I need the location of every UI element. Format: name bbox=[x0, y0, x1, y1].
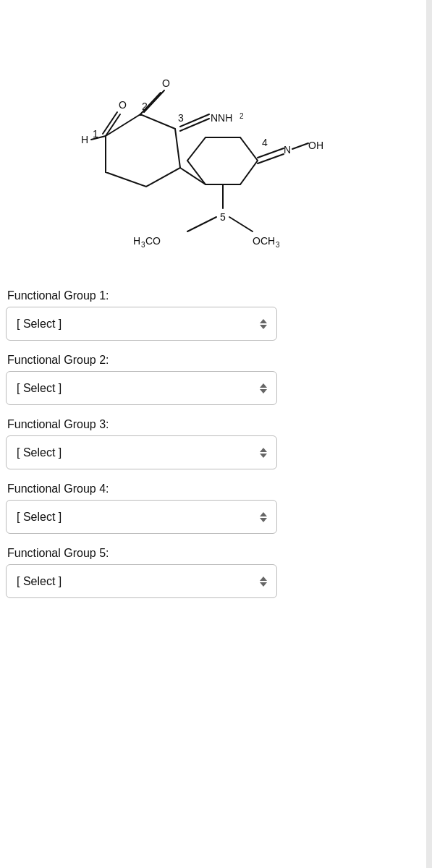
svg-text:3: 3 bbox=[178, 112, 184, 124]
fg-label-1: Functional Group 1: bbox=[6, 289, 426, 302]
svg-line-16 bbox=[180, 168, 206, 184]
fg-select-wrapper-3: [ Select ] Aldehyde Ketone Hydrazone Oxi… bbox=[6, 435, 277, 469]
fg-label-2: Functional Group 2: bbox=[6, 354, 426, 367]
svg-text:O: O bbox=[119, 99, 127, 111]
functional-group-5: Functional Group 5: [ Select ] Aldehyde … bbox=[6, 547, 426, 598]
fg-select-wrapper-1: [ Select ] Aldehyde Ketone Hydrazone Oxi… bbox=[6, 307, 277, 341]
functional-group-1: Functional Group 1: [ Select ] Aldehyde … bbox=[6, 289, 426, 341]
svg-text:1: 1 bbox=[93, 128, 98, 140]
fg-label-5: Functional Group 5: bbox=[6, 547, 426, 560]
svg-marker-6 bbox=[106, 114, 180, 187]
svg-text:H: H bbox=[81, 134, 88, 145]
svg-text:O: O bbox=[162, 77, 170, 89]
fg-select-wrapper-4: [ Select ] Aldehyde Ketone Hydrazone Oxi… bbox=[6, 500, 277, 534]
svg-text:NNH: NNH bbox=[211, 112, 232, 124]
svg-text:OH: OH bbox=[308, 140, 323, 151]
svg-text:5: 5 bbox=[220, 211, 226, 223]
svg-text:3: 3 bbox=[276, 241, 280, 249]
svg-line-21 bbox=[229, 217, 253, 231]
svg-text:OCH: OCH bbox=[253, 235, 275, 247]
fg-select-5[interactable]: [ Select ] Aldehyde Ketone Hydrazone Oxi… bbox=[6, 564, 277, 598]
svg-marker-17 bbox=[187, 137, 258, 184]
functional-group-4: Functional Group 4: [ Select ] Aldehyde … bbox=[6, 482, 426, 534]
fg-label-3: Functional Group 3: bbox=[6, 418, 426, 431]
functional-group-3: Functional Group 3: [ Select ] Aldehyde … bbox=[6, 418, 426, 469]
svg-text:CO: CO bbox=[145, 235, 161, 247]
page-container: .mt { font-family: Arial, sans-serif; fo… bbox=[0, 0, 432, 868]
svg-text:H: H bbox=[133, 235, 140, 247]
fg-select-3[interactable]: [ Select ] Aldehyde Ketone Hydrazone Oxi… bbox=[6, 435, 277, 469]
functional-groups-section: Functional Group 1: [ Select ] Aldehyde … bbox=[0, 289, 432, 611]
fg-select-2[interactable]: [ Select ] Aldehyde Ketone Hydrazone Oxi… bbox=[6, 371, 277, 405]
svg-line-28 bbox=[258, 154, 284, 163]
svg-text:4: 4 bbox=[262, 137, 268, 148]
molecule-svg: .mt { font-family: Arial, sans-serif; fo… bbox=[61, 29, 372, 268]
svg-text:2: 2 bbox=[240, 112, 244, 120]
svg-text:N: N bbox=[284, 144, 291, 156]
fg-select-wrapper-5: [ Select ] Aldehyde Ketone Hydrazone Oxi… bbox=[6, 564, 277, 598]
scrollbar[interactable] bbox=[426, 0, 432, 868]
svg-line-27 bbox=[258, 148, 284, 158]
molecule-container: .mt { font-family: Arial, sans-serif; fo… bbox=[0, 14, 432, 289]
functional-group-2: Functional Group 2: [ Select ] Aldehyde … bbox=[6, 354, 426, 405]
fg-label-4: Functional Group 4: bbox=[6, 482, 426, 495]
svg-line-20 bbox=[187, 217, 216, 231]
fg-select-wrapper-2: [ Select ] Aldehyde Ketone Hydrazone Oxi… bbox=[6, 371, 277, 405]
fg-select-4[interactable]: [ Select ] Aldehyde Ketone Hydrazone Oxi… bbox=[6, 500, 277, 534]
fg-select-1[interactable]: [ Select ] Aldehyde Ketone Hydrazone Oxi… bbox=[6, 307, 277, 341]
svg-line-31 bbox=[292, 143, 308, 149]
